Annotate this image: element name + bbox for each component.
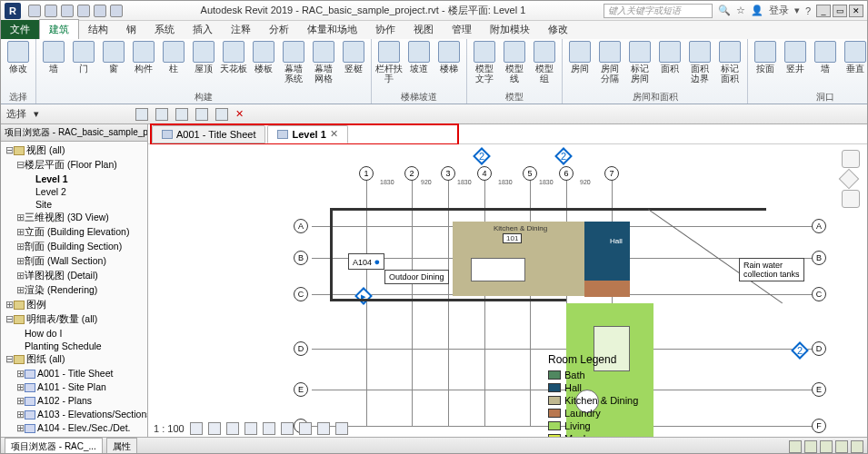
status-icon[interactable] bbox=[789, 440, 802, 453]
ribbon-tab[interactable]: 钢 bbox=[117, 20, 145, 39]
ribbon-tab[interactable]: 结构 bbox=[79, 20, 117, 39]
tree-node[interactable]: Level 2 bbox=[1, 185, 147, 198]
infocenter-icon[interactable]: 🔍 bbox=[718, 5, 731, 16]
section-tag[interactable]: 2 bbox=[473, 147, 491, 165]
login-label[interactable]: 登录 bbox=[769, 4, 789, 17]
opt-icon[interactable] bbox=[155, 108, 168, 121]
ribbon-button[interactable]: 垂直 bbox=[842, 41, 867, 74]
ribbon-button[interactable]: 天花板 bbox=[220, 41, 247, 74]
ribbon-button[interactable]: 标记 面积 bbox=[716, 41, 743, 84]
tree-node[interactable]: ⊞立面 (Building Elevation) bbox=[1, 225, 147, 240]
browser-tree[interactable]: ⊟视图 (all)⊟楼层平面 (Floor Plan)Level 1Level … bbox=[1, 142, 147, 437]
status-icon[interactable] bbox=[835, 440, 848, 453]
tree-node[interactable]: ⊞A103 - Elevations/Sections bbox=[1, 408, 147, 421]
maximize-button[interactable]: ▭ bbox=[833, 5, 847, 17]
ribbon-button[interactable]: 墙 bbox=[40, 41, 67, 74]
tree-node[interactable]: ⊞A102 - Plans bbox=[1, 394, 147, 408]
reveal-icon[interactable] bbox=[335, 422, 348, 435]
temp-hide-icon[interactable] bbox=[317, 422, 330, 435]
ribbon-button[interactable]: 标记 房间 bbox=[626, 41, 653, 84]
qat-redo-icon[interactable] bbox=[77, 5, 90, 17]
ribbon-button[interactable]: 幕墙 系统 bbox=[280, 41, 307, 84]
ribbon-tab[interactable]: 分析 bbox=[260, 20, 298, 39]
ribbon-button[interactable]: 修改 bbox=[5, 41, 32, 74]
qat-save-icon[interactable] bbox=[45, 5, 57, 17]
tree-node[interactable]: Level 1 bbox=[1, 173, 147, 185]
tree-node[interactable]: ⊞图例 bbox=[1, 298, 147, 312]
status-icon[interactable] bbox=[820, 440, 833, 453]
close-tab-icon[interactable]: ✕ bbox=[330, 128, 338, 140]
ribbon-tab[interactable]: 视图 bbox=[404, 20, 443, 39]
qat-measure-icon[interactable] bbox=[110, 5, 123, 17]
ribbon-button[interactable]: 构件 bbox=[130, 41, 157, 74]
tree-node[interactable]: ⊟视图 (all) bbox=[1, 143, 147, 158]
ribbon-button[interactable]: 门 bbox=[70, 41, 97, 74]
ribbon-button[interactable]: 窗 bbox=[100, 41, 127, 74]
ribbon-button[interactable]: 模型 线 bbox=[501, 41, 528, 84]
tree-node[interactable]: ⊞A001 - Title Sheet bbox=[1, 367, 147, 380]
opt-icon[interactable] bbox=[195, 108, 208, 121]
tree-node[interactable]: ⊞三维视图 (3D View) bbox=[1, 211, 147, 225]
tree-node[interactable]: ⊞渲染 (Rendering) bbox=[1, 283, 147, 298]
ribbon-button[interactable]: 面积 bbox=[656, 41, 683, 74]
drawing-canvas[interactable]: 1234567AABBCCDDEEFF222▸Kitchen & Dining1… bbox=[148, 144, 867, 437]
shadows-icon[interactable] bbox=[244, 422, 257, 435]
detail-level-icon[interactable] bbox=[190, 422, 203, 435]
exchange-icon[interactable]: ▾ bbox=[794, 5, 800, 16]
opt-close-icon[interactable]: ✕ bbox=[235, 108, 244, 120]
ribbon-tab[interactable]: 管理 bbox=[443, 20, 481, 39]
ribbon-button[interactable]: 楼梯 bbox=[435, 41, 463, 74]
ribbon-button[interactable]: 模型 组 bbox=[531, 41, 558, 84]
crop-region-icon[interactable] bbox=[281, 422, 294, 435]
tree-node[interactable]: ⊞详图视图 (Detail) bbox=[1, 269, 147, 283]
ribbon-button[interactable]: 模型 文字 bbox=[471, 41, 498, 84]
tree-node[interactable]: ⊞A104 - Elev./Sec./Det. bbox=[1, 421, 147, 435]
opt-icon[interactable] bbox=[215, 108, 228, 121]
ribbon-tab[interactable]: 体量和场地 bbox=[298, 20, 366, 39]
lock-icon[interactable] bbox=[299, 422, 312, 435]
close-button[interactable]: ✕ bbox=[849, 5, 863, 17]
tree-node[interactable]: Site bbox=[1, 198, 147, 211]
minimize-button[interactable]: _ bbox=[816, 5, 831, 17]
ribbon-tab[interactable]: 协作 bbox=[366, 20, 404, 39]
ribbon-tab[interactable]: 系统 bbox=[145, 20, 184, 39]
home-icon[interactable] bbox=[842, 150, 860, 168]
tree-node[interactable]: Planting Schedule bbox=[1, 340, 147, 352]
ribbon-button[interactable]: 竖梃 bbox=[340, 41, 367, 74]
view-tab[interactable]: A001 - Title Sheet bbox=[152, 125, 265, 143]
tree-node[interactable]: ⊟楼层平面 (Floor Plan) bbox=[1, 158, 147, 173]
ribbon-tab[interactable]: 插入 bbox=[184, 20, 222, 39]
opt-icon[interactable] bbox=[175, 108, 188, 121]
scale-label[interactable]: 1 : 100 bbox=[154, 423, 185, 434]
ribbon-button[interactable]: 墙 bbox=[812, 41, 839, 74]
ribbon-button[interactable]: 栏杆扶手 bbox=[375, 41, 403, 84]
tree-node[interactable]: ⊞剖面 (Building Section) bbox=[1, 240, 147, 254]
tree-node[interactable]: ⊞A101 - Site Plan bbox=[1, 380, 147, 394]
status-tab[interactable]: 项目浏览器 - RAC_... bbox=[5, 438, 103, 455]
ribbon-button[interactable]: 屋顶 bbox=[190, 41, 217, 74]
view-tab-active[interactable]: Level 1 ✕ bbox=[267, 125, 347, 143]
tree-node[interactable]: ⊟明细表/数量 (all) bbox=[1, 312, 147, 327]
tree-node[interactable]: ⊟图纸 (all) bbox=[1, 352, 147, 367]
elevation-tag[interactable]: ▸ bbox=[354, 287, 373, 305]
status-tab[interactable]: 属性 bbox=[106, 438, 137, 455]
ribbon-button[interactable]: 面积 边界 bbox=[686, 41, 713, 84]
ribbon-tab[interactable]: 修改 bbox=[539, 20, 577, 39]
qat-undo-icon[interactable] bbox=[61, 5, 74, 17]
favorite-icon[interactable]: ☆ bbox=[736, 5, 745, 16]
sun-path-icon[interactable] bbox=[226, 422, 239, 435]
section-tag[interactable]: 2 bbox=[791, 341, 809, 360]
section-tag[interactable]: 2 bbox=[554, 147, 573, 165]
ribbon-button[interactable]: 房间 bbox=[566, 41, 594, 74]
ribbon-button[interactable]: 房间 分隔 bbox=[596, 41, 624, 84]
qat-print-icon[interactable] bbox=[94, 5, 106, 17]
ribbon-button[interactable]: 按面 bbox=[752, 41, 779, 74]
ribbon-tab[interactable]: 注释 bbox=[222, 20, 260, 39]
qat-open-icon[interactable] bbox=[28, 5, 41, 17]
tree-node[interactable]: ⊞剖面 (Wall Section) bbox=[1, 254, 147, 269]
filter-icon[interactable] bbox=[851, 440, 863, 453]
status-icon[interactable] bbox=[804, 440, 817, 453]
ribbon-button[interactable]: 竖井 bbox=[782, 41, 809, 74]
ribbon-button[interactable]: 柱 bbox=[160, 41, 187, 74]
file-tab[interactable]: 文件 bbox=[1, 20, 39, 39]
